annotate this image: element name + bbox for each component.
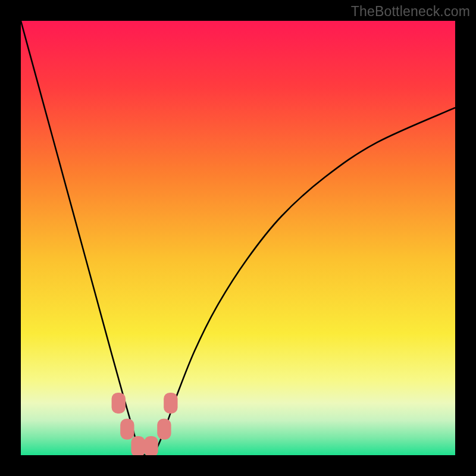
watermark-text: TheBottleneck.com — [351, 4, 470, 20]
curve-marker — [131, 436, 145, 455]
curve-layer — [21, 21, 455, 455]
curve-markers — [112, 393, 178, 455]
bottleneck-curve — [21, 21, 455, 455]
plot-area — [21, 21, 455, 455]
curve-marker — [157, 419, 171, 440]
curve-marker — [144, 436, 158, 455]
chart-container: TheBottleneck.com — [0, 0, 476, 476]
curve-marker — [120, 419, 134, 440]
curve-marker — [164, 393, 177, 414]
curve-marker — [112, 393, 126, 414]
